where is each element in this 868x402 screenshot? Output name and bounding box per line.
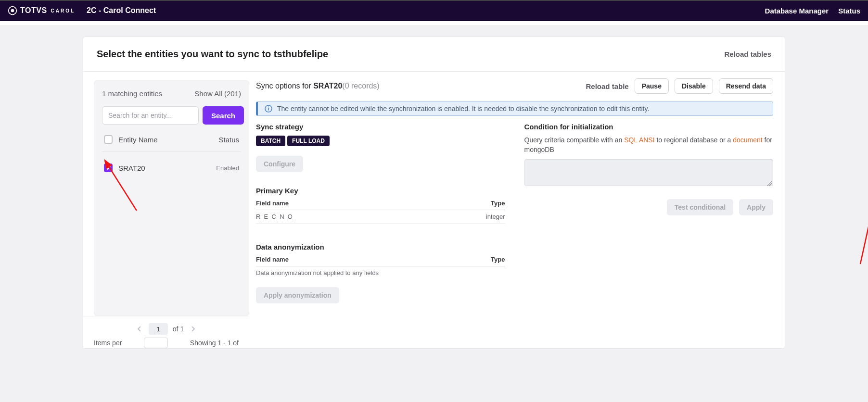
search-button[interactable]: Search — [203, 106, 244, 125]
sidebar: 1 matching entities Show All (201) Searc… — [83, 72, 249, 348]
items-per-input[interactable] — [144, 338, 168, 348]
anon-col-type: Type — [491, 256, 505, 263]
apply-anonymization-button: Apply anonymization — [256, 287, 339, 303]
sidebar-panel: 1 matching entities Show All (201) Searc… — [94, 80, 249, 316]
svg-point-1 — [11, 9, 14, 13]
info-icon — [265, 105, 272, 113]
page-card: Select the entities you want to sync to … — [83, 37, 785, 349]
topbar: TOTVS CAROL 2C - Carol Connect Database … — [0, 0, 868, 21]
condition-description: Query criteria compatible with an SQL AN… — [524, 136, 774, 154]
header-strip — [0, 21, 868, 26]
page-title: Select the entities you want to sync to … — [97, 49, 328, 60]
sync-strategy-heading: Sync strategy — [256, 123, 505, 131]
entity-row[interactable]: SRAT20 Enabled — [102, 152, 241, 177]
main-panel: Sync options for SRAT20(0 records) Reloa… — [249, 72, 785, 348]
configure-button: Configure — [256, 156, 303, 172]
pause-button[interactable]: Pause — [635, 78, 669, 94]
pager-page-input[interactable] — [149, 323, 168, 335]
pager-of: of 1 — [173, 325, 184, 333]
svg-point-4 — [268, 107, 269, 108]
pk-field-type: integer — [486, 213, 505, 220]
entity-table-header: Entity Name Status — [102, 135, 241, 152]
reload-table-link[interactable]: Reload table — [586, 82, 629, 90]
pk-col-type: Type — [491, 200, 505, 207]
entity-checkbox[interactable] — [104, 163, 113, 172]
tag-batch: BATCH — [256, 136, 285, 146]
matching-count: 1 matching entities — [102, 89, 162, 98]
resend-data-button[interactable]: Resend data — [719, 78, 773, 94]
chevron-right-icon — [191, 327, 195, 331]
check-icon — [105, 165, 111, 171]
pk-row: R_E_C_N_O_ integer — [256, 210, 505, 224]
pager-next-button[interactable] — [189, 325, 197, 333]
select-all-checkbox[interactable] — [104, 135, 113, 144]
anon-empty-msg: Data anonymization not applied to any fi… — [256, 266, 505, 276]
pk-col-field: Field name — [256, 200, 289, 207]
pager: of 1 Items per Showing 1 - 1 of — [83, 316, 249, 348]
anon-col-field: Field name — [256, 256, 289, 263]
sql-ansi-link[interactable]: SQL ANSI — [624, 136, 654, 144]
chevron-left-icon — [138, 327, 141, 331]
showing-label: Showing 1 - 1 of — [190, 339, 239, 347]
condition-textarea[interactable] — [524, 159, 774, 186]
condition-heading: Condition for initialization — [524, 123, 774, 131]
svg-line-6 — [860, 85, 868, 264]
brand[interactable]: TOTVS CAROL — [8, 6, 75, 15]
svg-rect-5 — [268, 108, 269, 111]
disable-button[interactable]: Disable — [675, 78, 713, 94]
info-alert: The entity cannot be edited while the sy… — [256, 101, 773, 116]
items-per-label: Items per — [94, 339, 122, 347]
brand-main: TOTVS — [20, 6, 47, 15]
show-all-link[interactable]: Show All (201) — [194, 89, 241, 98]
tag-full-load: FULL LOAD — [287, 136, 330, 146]
brand-sub: CAROL — [51, 8, 76, 13]
pager-prev-button[interactable] — [135, 325, 144, 333]
pk-field-name: R_E_C_N_O_ — [256, 213, 296, 220]
document-link[interactable]: document — [733, 136, 762, 144]
brand-logo-icon — [8, 6, 17, 15]
entity-status: Enabled — [216, 164, 239, 172]
primary-key-heading: Primary Key — [256, 187, 505, 195]
col-entity-name: Entity Name — [118, 136, 158, 144]
anon-heading: Data anonymization — [256, 243, 505, 251]
search-input[interactable] — [102, 106, 199, 125]
reload-tables-link[interactable]: Reload tables — [724, 50, 771, 58]
nav-database-manager[interactable]: Database Manager — [765, 7, 829, 15]
test-conditional-button: Test conditional — [667, 199, 733, 215]
sync-title: Sync options for SRAT20(0 records) — [256, 82, 380, 90]
col-status: Status — [218, 136, 239, 144]
nav-status[interactable]: Status — [838, 7, 860, 15]
app-title: 2C - Carol Connect — [87, 6, 156, 15]
apply-condition-button: Apply — [739, 199, 773, 215]
alert-text: The entity cannot be edited while the sy… — [277, 105, 649, 113]
entity-name: SRAT20 — [118, 164, 145, 172]
